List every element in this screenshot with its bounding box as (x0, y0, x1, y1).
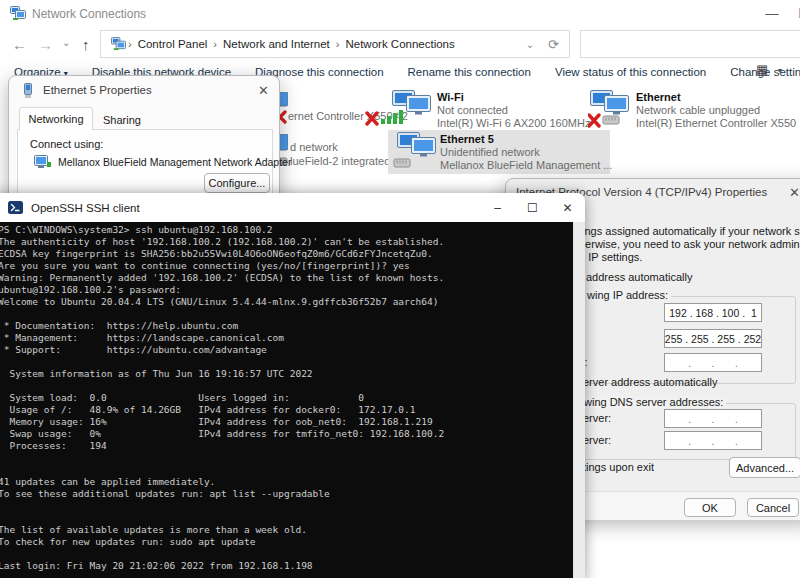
maximize-button[interactable]: ❐ (789, 6, 800, 21)
minimize-button[interactable]: — (757, 6, 787, 21)
terminal-titlebar: OpenSSH SSH client – ☐ ✕ (0, 193, 585, 222)
configure-button[interactable]: Configure... (204, 173, 270, 193)
window-title: Network Connections (32, 7, 146, 21)
tab-sharing[interactable]: Sharing (95, 109, 149, 130)
red-x-icon (367, 113, 377, 124)
connection-item-ethernet[interactable]: Ethernet Network cable unplugged Intel(R… (588, 90, 800, 128)
connect-using-label: Connect using: (30, 138, 103, 150)
connection-name: Wi-Fi (437, 91, 590, 104)
use-dns-radio-label-fragment[interactable]: wing DNS server addresses: (581, 396, 726, 408)
terminal-output[interactable]: PS C:\WINDOWS\system32> ssh ubuntu@192.1… (0, 222, 573, 578)
network-connections-icon (10, 6, 26, 25)
nic-icon (22, 83, 34, 103)
breadcrumb-chevron: › (126, 38, 134, 50)
close-icon[interactable]: ✕ (789, 185, 800, 200)
rename-connection-command[interactable]: Rename this connection (408, 66, 531, 78)
cancel-button[interactable]: Cancel (747, 498, 799, 517)
close-icon[interactable]: ✕ (258, 83, 269, 98)
breadcrumb-location-icon (111, 37, 126, 51)
intro-text-fragment: e IP settings. (579, 251, 642, 263)
back-button[interactable]: ← (12, 36, 27, 53)
preferred-dns-label-fragment: erver: (583, 412, 611, 424)
ethernet-adapter-icon (393, 132, 439, 176)
intro-text-fragment: herwise, you need to ask your network ad… (579, 238, 800, 250)
dialog-title: Ethernet 5 Properties (43, 84, 152, 96)
search-input[interactable] (581, 31, 800, 57)
red-x-icon (589, 115, 599, 126)
terminal-scrollbar[interactable] (573, 222, 585, 578)
ethernet-unplugged-icon (588, 90, 632, 132)
breadcrumb-chevron: › (334, 38, 342, 50)
connection-item-wifi[interactable]: Wi-Fi Not connected Intel(R) Wi-Fi 6 AX2… (365, 90, 600, 128)
connection-name: Ethernet 5 (440, 133, 612, 146)
adapter-icon (34, 154, 52, 173)
connection-name: Ethernet (636, 91, 796, 104)
subnet-mask-field[interactable]: 255 . 255 . 255 . 252 (664, 329, 762, 348)
wifi-adapter-icon (365, 90, 431, 130)
connection-device: Intel(R) Wi-Fi 6 AX200 160MHz (437, 117, 590, 130)
tab-networking[interactable]: Networking (19, 107, 93, 130)
advanced-button[interactable]: Advanced... (729, 457, 800, 478)
up-button[interactable]: ↑ (82, 36, 90, 53)
connection-status: Network cable unplugged (636, 104, 796, 117)
breadcrumb-control-panel[interactable]: Control Panel (134, 38, 212, 50)
use-ip-radio-label-fragment[interactable]: wing IP address: (584, 289, 671, 301)
connection-device: Mellanox BlueField Management ... (440, 159, 612, 172)
view-mode-icon[interactable]: ▦ (756, 62, 768, 77)
powershell-icon (8, 201, 23, 214)
connection-device: Intel(R) Ethernet Controller X550 (636, 117, 796, 130)
openssh-terminal-window: OpenSSH SSH client – ☐ ✕ PS C:\WINDOWS\s… (0, 193, 585, 578)
ethernet-plug-icon (394, 159, 410, 167)
hidden-connection-status-fragment: d network (290, 141, 338, 153)
breadcrumb-chevron: › (211, 38, 219, 50)
main-titlebar: Network Connections — ❐ (0, 0, 800, 28)
hidden-connection-device-fragment: lueField-2 integrated ... (290, 155, 403, 167)
validate-checkbox-label-fragment[interactable]: tings upon exit (583, 461, 654, 473)
signal-bars-icon (381, 110, 403, 124)
breadcrumb: › Control Panel › Network and Internet ›… (100, 30, 570, 58)
preferred-dns-field[interactable]: . . . (664, 409, 762, 428)
alternate-dns-label-fragment: erver: (583, 434, 611, 446)
search-box (580, 30, 800, 58)
connection-item-ethernet5[interactable]: Ethernet 5 Unidentified network Mellanox… (388, 130, 610, 174)
default-gateway-field[interactable]: . . . (664, 353, 762, 372)
terminal-maximize-button[interactable]: ☐ (515, 193, 550, 222)
alternate-dns-field[interactable]: . . . (664, 431, 762, 450)
terminal-minimize-button[interactable]: – (480, 193, 515, 222)
ok-button[interactable]: OK (684, 498, 736, 517)
ethernet-plug-icon (603, 116, 619, 124)
connection-status: Not connected (437, 104, 590, 117)
forward-button[interactable]: → (38, 36, 53, 53)
terminal-title: OpenSSH SSH client (31, 202, 140, 214)
address-dropdown-button[interactable]: ⌄ (524, 39, 536, 50)
connection-status: Unidentified network (440, 146, 612, 159)
breadcrumb-network-connections[interactable]: Network Connections (341, 38, 458, 50)
view-mode-caret-icon[interactable]: ▾ (778, 66, 782, 75)
adapter-name[interactable]: Mellanox BlueField Management Network Ad… (58, 156, 291, 168)
history-dropdown-button[interactable]: ⌄ (62, 37, 70, 48)
view-status-command[interactable]: View status of this connection (555, 66, 706, 78)
ip-address-field[interactable]: 192 . 168 . 100 . 1 (664, 303, 762, 322)
obtain-ip-radio-label-fragment[interactable]: address automatically (586, 271, 692, 283)
intro-text-fragment: tings assigned automatically if your net… (579, 225, 800, 237)
terminal-text: PS C:\WINDOWS\system32> ssh ubuntu@192.1… (0, 222, 573, 572)
refresh-icon[interactable]: ⟳ (536, 37, 569, 52)
breadcrumb-network-and-internet[interactable]: Network and Internet (219, 38, 334, 50)
obtain-dns-radio-label-fragment[interactable]: erver address automatically (583, 376, 718, 388)
terminal-close-button[interactable]: ✕ (550, 193, 585, 222)
